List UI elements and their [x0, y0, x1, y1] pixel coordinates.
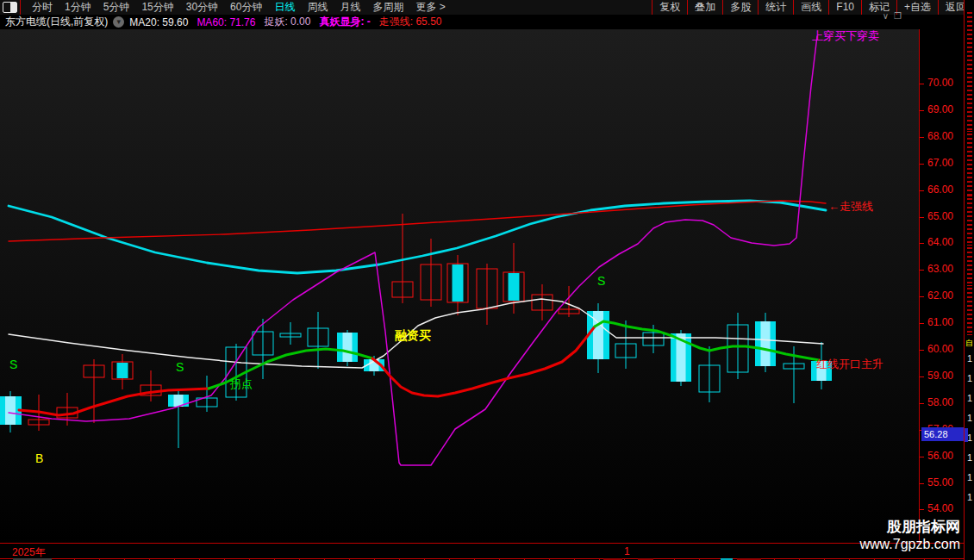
toolbar-item-日线[interactable]: 日线 — [268, 1, 301, 13]
toolbar-item-更多 >[interactable]: 更多 > — [409, 1, 451, 13]
price-marker-edge — [965, 428, 968, 442]
y-tick-label: 55.00 — [927, 476, 953, 488]
y-tick-label: 66.00 — [927, 184, 953, 196]
chart-label: ←走强线 — [828, 200, 873, 213]
candle — [112, 354, 133, 389]
y-tick-label: 69.00 — [927, 103, 953, 115]
toolbar-item-60分钟[interactable]: 60分钟 — [224, 1, 268, 13]
zouqiang-value: 走强线: 65.50 — [379, 15, 442, 29]
y-tick-label: 65.00 — [927, 210, 953, 222]
y-tick-label: 70.00 — [927, 77, 953, 89]
chevron-down-icon[interactable]: ▾ — [113, 16, 124, 28]
period-menu: 分时1分钟5分钟15分钟30分钟60分钟日线周线月线多周期更多 > — [26, 0, 452, 15]
y-tick-mark — [920, 509, 924, 510]
strip-item[interactable]: 1 — [967, 373, 972, 383]
y-tick-mark — [920, 270, 924, 271]
y-tick-label: 62.00 — [927, 289, 953, 302]
candle — [699, 346, 720, 402]
ma60-value: MA60: 71.76 — [197, 16, 255, 28]
panel-controls[interactable]: ∨❐ — [883, 11, 907, 21]
chart-canvas[interactable]: SSSB拐点融资买←走强线红线开口主升上穿买下穿卖 — [0, 29, 919, 543]
toolbar-item-30分钟[interactable]: 30分钟 — [180, 1, 224, 13]
chart-label: S — [597, 274, 605, 288]
y-tick-mark — [920, 84, 924, 84]
candle — [421, 239, 441, 307]
y-tick-mark — [920, 323, 924, 324]
toolbar-item-月线[interactable]: 月线 — [334, 1, 366, 13]
y-tick-label: 58.00 — [927, 396, 953, 408]
y-tick-mark — [920, 137, 924, 138]
y-tick-mark — [920, 164, 924, 165]
strip-item[interactable]: 1 — [967, 353, 972, 364]
toolbar-item-15分钟[interactable]: 15分钟 — [135, 1, 179, 13]
toolbar-item-分时[interactable]: 分时 — [26, 1, 59, 13]
candle — [337, 330, 358, 366]
toolbar-item-1分钟[interactable]: 1分钟 — [59, 1, 97, 13]
strip-highlight-item[interactable]: 自 — [965, 338, 973, 349]
strip-item[interactable]: 1 — [967, 413, 972, 423]
zhenyao-value: 真妖显身: - — [319, 15, 370, 29]
candle — [0, 391, 22, 432]
current-price-badge: 56.28 — [921, 427, 965, 441]
candle — [447, 255, 468, 315]
toolbar-item-5分钟[interactable]: 5分钟 — [97, 1, 136, 13]
right-sidebar-strip[interactable]: 自 11111111 — [964, 0, 974, 560]
candle — [532, 284, 553, 320]
trading-app: 分时1分钟5分钟15分钟30分钟60分钟日线周线月线多周期更多 > 复权叠加多股… — [0, 0, 974, 560]
strip-section — [967, 247, 972, 286]
line-yao-magenta — [9, 36, 817, 465]
y-tick-label: 64.00 — [927, 236, 953, 248]
strip-item[interactable]: 1 — [967, 492, 972, 502]
toolbar-right-item-F10[interactable]: F10 — [828, 0, 861, 15]
strip-item[interactable]: 1 — [967, 472, 972, 482]
chart-label: 红线开口主升 — [816, 358, 883, 370]
candle — [253, 319, 273, 379]
watermark: 股朋指标网 www.7gpzb.com — [860, 517, 961, 552]
layout-window-icon: ❐ — [894, 11, 907, 21]
toolbar-right-item-统计[interactable]: 统计 — [758, 0, 793, 15]
candle — [84, 359, 104, 423]
toolbar-right-item-叠加[interactable]: 叠加 — [687, 0, 722, 15]
candle — [308, 312, 328, 369]
y-tick-mark — [920, 110, 924, 111]
time-axis: 2025年 1 — [0, 543, 964, 559]
top-toolbar: 分时1分钟5分钟15分钟30分钟60分钟日线周线月线多周期更多 > 复权叠加多股… — [0, 0, 974, 15]
toolbar-item-多周期[interactable]: 多周期 — [366, 1, 409, 13]
y-tick-label: 67.00 — [927, 157, 953, 169]
strip-item[interactable]: 1 — [967, 452, 972, 463]
y-tick-mark — [920, 190, 924, 191]
toolbar-right-item-多股[interactable]: 多股 — [722, 0, 758, 15]
chart-label: B — [35, 451, 43, 465]
strip-section — [967, 134, 972, 196]
window-toggle-icon[interactable] — [3, 2, 17, 13]
watermark-site-name: 股朋指标网 — [860, 517, 961, 537]
candlestick-chart[interactable]: SSSB拐点融资买←走强线红线开口主升上穿买下穿卖 — [0, 29, 919, 543]
strip-section — [967, 288, 972, 335]
y-tick-label: 60.00 — [927, 343, 953, 355]
candle — [197, 376, 217, 412]
y-tick-label: 59.00 — [927, 370, 953, 382]
y-tick-label: 61.00 — [927, 316, 953, 328]
month-label: 1 — [624, 545, 630, 557]
toolbar-right-item-复权[interactable]: 复权 — [652, 0, 687, 15]
y-tick-mark — [920, 217, 924, 218]
y-tick-label: 54.00 — [927, 502, 953, 514]
toolbar-right-item-画线[interactable]: 画线 — [793, 0, 828, 15]
toolbar-item-周线[interactable]: 周线 — [301, 1, 334, 13]
candle — [755, 313, 776, 372]
chart-label: 拐点 — [229, 377, 253, 390]
y-tick-mark — [920, 350, 924, 351]
y-tick-label: 63.00 — [927, 263, 953, 275]
divider — [20, 0, 21, 15]
y-tick-label: 56.00 — [927, 450, 953, 462]
y-tick-mark — [920, 457, 924, 457]
strip-section — [967, 198, 972, 246]
strip-section — [967, 12, 972, 132]
chart-label: 融资买 — [395, 328, 431, 342]
candle — [140, 370, 161, 401]
strip-item[interactable]: 1 — [967, 393, 972, 403]
symbol-title: 东方电缆(日线,前复权) — [5, 15, 108, 29]
price-axis: 70.0069.0068.0067.0066.0065.0064.0063.00… — [919, 29, 965, 543]
candle — [280, 322, 301, 345]
zhuoyao-value: 捉妖: 0.00 — [264, 15, 310, 29]
